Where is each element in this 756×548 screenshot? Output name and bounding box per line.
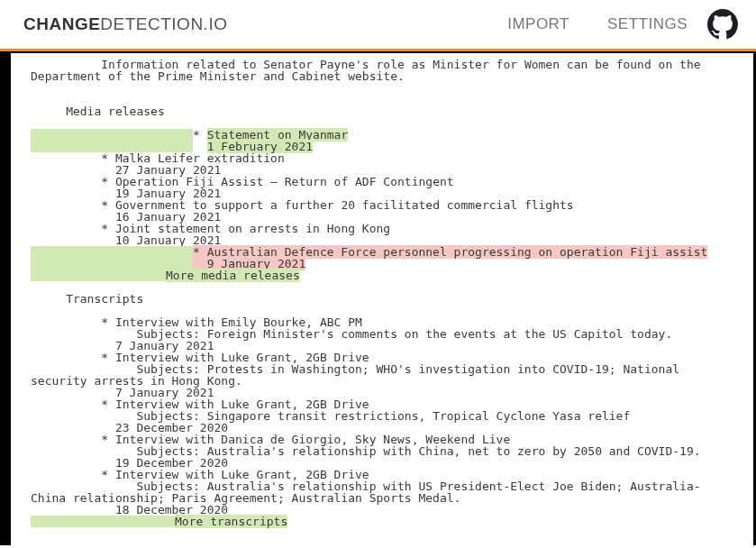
diff-content: Information related to Senator Payne's r…: [11, 53, 753, 538]
app-logo[interactable]: CHANGEDETECTION.IO: [23, 14, 227, 34]
content-viewport: Information related to Senator Payne's r…: [0, 51, 756, 545]
nav-import[interactable]: IMPORT: [507, 15, 569, 33]
logo-bold: CHANGE: [23, 14, 100, 33]
github-icon[interactable]: [707, 9, 738, 40]
header-bar: CHANGEDETECTION.IO IMPORT SETTINGS: [0, 0, 756, 51]
nav-settings[interactable]: SETTINGS: [607, 15, 688, 33]
logo-rest: DETECTION.IO: [100, 14, 227, 33]
